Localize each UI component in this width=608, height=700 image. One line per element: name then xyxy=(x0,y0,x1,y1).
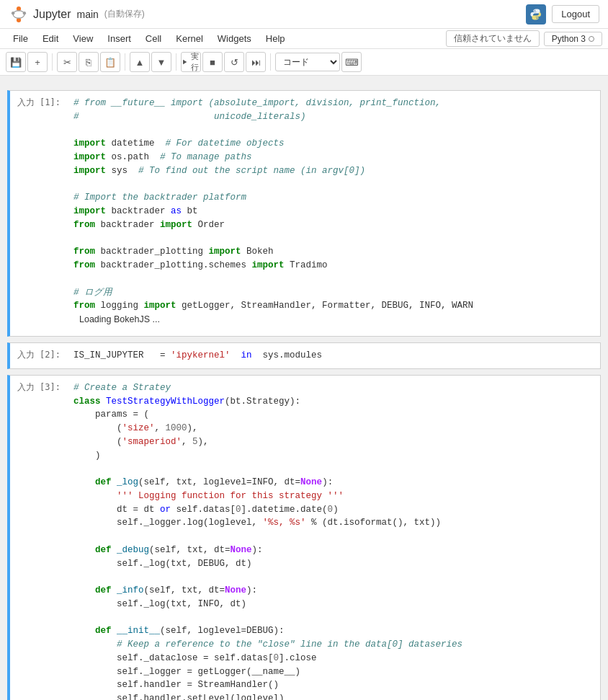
paste-button[interactable]: 📋 xyxy=(100,52,120,72)
svg-point-4 xyxy=(13,10,24,18)
cell-1-content[interactable]: # from __future__ import (absolute_impor… xyxy=(68,91,600,336)
toolbar-separator-4 xyxy=(270,53,271,71)
kernel-circle xyxy=(589,36,594,42)
copy-button[interactable]: ⎘ xyxy=(79,52,99,72)
header: Jupyter main (自動保存) Logout xyxy=(0,0,608,29)
cell-1: 入力 [1]: # from __future__ import (absolu… xyxy=(7,90,601,337)
jupyter-icon xyxy=(9,4,29,25)
cut-button[interactable]: ✂ xyxy=(57,52,77,72)
interrupt-button[interactable]: ■ xyxy=(202,52,223,72)
save-button[interactable]: 💾 xyxy=(6,52,26,72)
notebook-title: main xyxy=(76,9,98,20)
menu-help[interactable]: Help xyxy=(259,30,292,47)
svg-point-5 xyxy=(535,9,536,11)
cell-1-output: Loading BokehJS ... xyxy=(73,313,594,330)
python-icon xyxy=(526,4,546,25)
menu-cell[interactable]: Cell xyxy=(138,30,169,47)
kernel-status: Python 3 xyxy=(544,32,602,46)
jupyter-logo: Jupyter xyxy=(9,4,71,25)
cell-3: 入力 [3]: # Create a Stratey class TestStr… xyxy=(7,375,601,700)
header-left: Jupyter main (自動保存) xyxy=(9,4,145,25)
autosave-status: (自動保存) xyxy=(104,8,145,20)
menu-widgets[interactable]: Widgets xyxy=(210,30,259,47)
menu-edit[interactable]: Edit xyxy=(35,30,66,47)
restart-run-button[interactable]: ⏭ xyxy=(246,52,266,72)
toolbar-separator-2 xyxy=(125,53,125,71)
move-down-button[interactable]: ▼ xyxy=(151,52,171,72)
cell-type-select[interactable]: コード Markdown Raw xyxy=(275,53,340,71)
svg-marker-7 xyxy=(183,60,187,65)
notebook-area: 入力 [1]: # from __future__ import (absolu… xyxy=(0,76,608,700)
cell-3-content[interactable]: # Create a Stratey class TestStrategyWit… xyxy=(68,376,600,700)
cell-3-label: 入力 [3]: xyxy=(10,376,68,700)
menu-view[interactable]: View xyxy=(66,30,100,47)
toolbar: 💾 + ✂ ⎘ 📋 ▲ ▼ 実行 ■ ↺ ⏭ コード Markdown Raw … xyxy=(0,49,608,76)
cell-2-content[interactable]: IS_IN_JUPYTER = 'ipykernel' in sys.modul… xyxy=(68,343,600,368)
toolbar-separator-3 xyxy=(176,53,176,71)
cell-3-code: # Create a Stratey class TestStrategyWit… xyxy=(73,381,594,700)
cell-2-code: IS_IN_JUPYTER = 'ipykernel' in sys.modul… xyxy=(73,349,594,363)
menubar: File Edit View Insert Cell Kernel Widget… xyxy=(0,29,608,49)
cell-1-label: 入力 [1]: xyxy=(10,91,68,336)
run-button[interactable]: 実行 xyxy=(181,52,201,72)
svg-point-6 xyxy=(537,17,538,19)
cell-2-label: 入力 [2]: xyxy=(10,343,68,368)
cell-2: 入力 [2]: IS_IN_JUPYTER = 'ipykernel' in s… xyxy=(7,342,601,369)
menu-insert[interactable]: Insert xyxy=(100,30,138,47)
add-cell-button[interactable]: + xyxy=(27,52,48,72)
menu-kernel[interactable]: Kernel xyxy=(169,30,210,47)
restart-button[interactable]: ↺ xyxy=(224,52,244,72)
trusted-badge: 信頼されていません xyxy=(446,30,540,47)
move-up-button[interactable]: ▲ xyxy=(130,52,150,72)
toolbar-separator-1 xyxy=(52,53,53,71)
kernel-label: Python 3 xyxy=(552,34,586,44)
cell-1-code: # from __future__ import (absolute_impor… xyxy=(73,97,594,313)
menu-file[interactable]: File xyxy=(6,30,35,47)
logout-button[interactable]: Logout xyxy=(552,5,599,23)
keyboard-shortcuts-button[interactable]: ⌨ xyxy=(341,52,362,72)
header-right: Logout xyxy=(526,4,599,25)
app-name: Jupyter xyxy=(33,8,71,21)
run-label: 実行 xyxy=(189,51,200,73)
